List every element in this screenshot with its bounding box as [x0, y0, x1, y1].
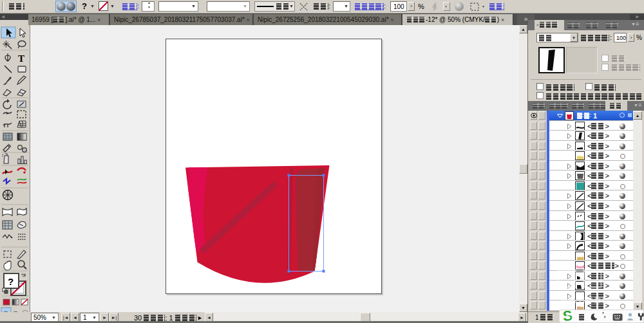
svg-text:?: ? — [8, 276, 14, 287]
svg-text:T: T — [18, 53, 24, 64]
